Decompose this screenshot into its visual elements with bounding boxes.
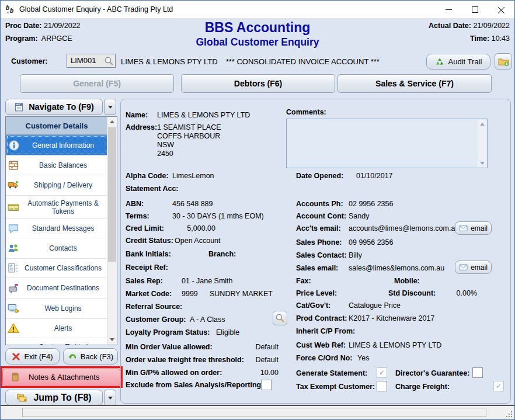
sidebar-item-web-logins[interactable]: Web Logins — [6, 298, 107, 319]
sidebar-item-customer-classifications[interactable]: Customer Classifications — [6, 259, 107, 278]
tab-general-label: General (F5) — [73, 79, 121, 88]
sidebar-item-label: Customer Classifications — [25, 264, 102, 272]
sidebar-item-automatic-payments[interactable]: Automatic Payments & Tokens — [6, 196, 107, 219]
tax-exempt-label: Tax Exempt Customer: — [296, 383, 375, 391]
min-order-label: Min Order Value allowed: — [126, 343, 213, 351]
sidebar-item-standard-messages[interactable]: Standard Messages — [6, 219, 107, 238]
comments-scrollbar[interactable] — [478, 120, 486, 167]
min-gp-value: 10.00 — [226, 369, 279, 377]
jump-to-dropdown[interactable] — [104, 390, 116, 406]
back-label: Back (F3) — [81, 352, 113, 361]
generate-statement-checkbox[interactable]: ✓ — [377, 367, 387, 378]
jump-to-button[interactable]: Jump To (F8) — [5, 390, 103, 405]
scrollbar-thumb[interactable] — [108, 127, 116, 262]
title-bar: bbs Global Customer Enquiry - ABC Tradin… — [1, 1, 514, 19]
sales-rep-value: 01 - Jane Smith — [182, 277, 233, 285]
exclude-sales-label: Exclude from Sales Analysis/Reporting: — [126, 381, 263, 389]
payments-icon — [8, 202, 19, 213]
accts-email-value: accounts@limes@lemons.com.a — [349, 224, 455, 232]
tab-sales-service[interactable]: Sales & Service (F7) — [337, 74, 492, 93]
customer-group-search-button[interactable] — [273, 311, 287, 325]
scroll-down-arrow[interactable] — [478, 159, 486, 167]
recycle-icon — [435, 57, 444, 67]
comments-textarea[interactable] — [286, 119, 488, 168]
new-folder-button[interactable] — [495, 53, 512, 70]
close-button[interactable] — [488, 1, 514, 18]
sidebar-item-custom-fields[interactable]: Custom Fields / — [6, 338, 107, 345]
sidebar-item-shipping-delivery[interactable]: Shipping / Delivery — [6, 175, 107, 196]
customer-code-field[interactable] — [67, 54, 116, 68]
accts-email-label: Acc'ts email: — [296, 224, 341, 232]
sales-phone-value: 09 9956 2356 — [349, 238, 393, 247]
customer-name-line: LIMES & LEMONS PTY LTD*** CONSOLIDATED I… — [121, 57, 380, 66]
audit-trail-label: Audit Trail — [448, 57, 482, 66]
force-cord-label: Force C/Ord No: — [296, 354, 353, 362]
sidebar-item-document-destinations[interactable]: Document Destinations — [6, 278, 107, 298]
directors-guarantee-checkbox[interactable] — [472, 367, 483, 378]
tab-general[interactable]: General (F5) — [20, 74, 174, 93]
header-right: Actual Date: 21/09/2022 Time: 10:43 — [429, 22, 510, 47]
customer-code-input[interactable] — [69, 55, 105, 65]
accounts-ph-label: Accounts Ph: — [296, 200, 343, 208]
email-icon — [459, 225, 468, 231]
abn-label: ABN: — [126, 200, 144, 208]
sidebar-item-general-information[interactable]: General Information — [6, 135, 107, 155]
force-cord-value: Yes — [357, 354, 369, 362]
cust-web-ref-value: LIMES & LEMONS PTY LTD — [349, 341, 441, 349]
time-label: Time: — [470, 34, 489, 43]
receipt-ref-label: Receipt Ref: — [126, 263, 168, 272]
address-line: 1 SEAMIST PLACE — [157, 123, 221, 131]
app-logo-icon: bbs — [5, 4, 16, 15]
status-bar — [1, 405, 514, 419]
customer-search-icon[interactable] — [104, 56, 114, 66]
sidebar-item-label: Document Destinations — [27, 284, 99, 292]
cred-limit-label: Cred Limit: — [126, 224, 164, 232]
minimize-button[interactable] — [436, 1, 462, 18]
navigate-to-button[interactable]: Navigate To (F9) — [5, 99, 103, 115]
exit-button[interactable]: Exit (F4) — [5, 348, 60, 365]
resize-grip[interactable] — [506, 411, 512, 417]
tax-exempt-checkbox[interactable] — [377, 381, 387, 391]
nav-scrollbar[interactable] — [107, 117, 117, 345]
sales-email-button[interactable]: email — [455, 261, 492, 274]
contacts-icon — [8, 242, 19, 254]
jump-folders-icon — [16, 393, 27, 402]
customer-group-label: Customer Group: — [126, 315, 186, 324]
generate-statement-label: Generate Statement: — [296, 369, 367, 377]
tab-sales-service-label: Sales & Service (F7) — [375, 79, 454, 88]
navigate-to-label: Navigate To (F9) — [29, 102, 94, 112]
tab-debtors-label: Debtors (F6) — [234, 79, 282, 88]
navigate-to-dropdown[interactable] — [104, 99, 116, 115]
address-line: NSW — [157, 141, 174, 149]
fax-label: Fax: — [296, 277, 311, 285]
sidebar-item-basic-balances[interactable]: Basic Balances — [6, 155, 107, 175]
sidebar-item-label: Alerts — [54, 324, 72, 332]
scroll-up-arrow[interactable] — [107, 117, 117, 127]
classifications-icon — [8, 262, 19, 274]
notes-icon — [11, 372, 19, 382]
sidebar-item-label: Web Logins — [44, 304, 81, 313]
std-discount-label: Std Discount: — [388, 289, 436, 297]
sidebar-item-contacts[interactable]: Contacts — [6, 238, 107, 259]
scroll-up-arrow[interactable] — [478, 120, 486, 128]
directors-guarantee-label: Director's Guarantee: — [395, 369, 469, 377]
audit-trail-button[interactable]: Audit Trail — [426, 54, 490, 70]
exclude-sales-checkbox[interactable] — [261, 380, 272, 390]
messages-icon — [8, 223, 19, 234]
maximize-button[interactable] — [462, 1, 488, 18]
tab-debtors[interactable]: Debtors (F6) — [181, 74, 335, 93]
back-button[interactable]: Back (F3) — [63, 348, 118, 365]
svg-text:b: b — [10, 8, 13, 14]
market-code-label: Market Code: — [126, 290, 172, 298]
web-logins-icon — [8, 303, 19, 314]
nav-list-header: Customer Details — [6, 117, 107, 135]
notes-attachments-button[interactable]: Notes & Attachments — [2, 368, 121, 386]
charge-freight-checkbox[interactable]: ✓ — [493, 381, 504, 391]
folder-plus-icon — [498, 57, 509, 67]
sidebar-item-alerts[interactable]: Alerts — [6, 319, 107, 338]
search-icon — [275, 313, 285, 323]
sidebar-item-label: Shipping / Delivery — [34, 181, 92, 189]
balances-icon — [8, 159, 19, 171]
scroll-down-arrow[interactable] — [107, 335, 117, 345]
accounts-email-button[interactable]: email — [455, 221, 492, 235]
